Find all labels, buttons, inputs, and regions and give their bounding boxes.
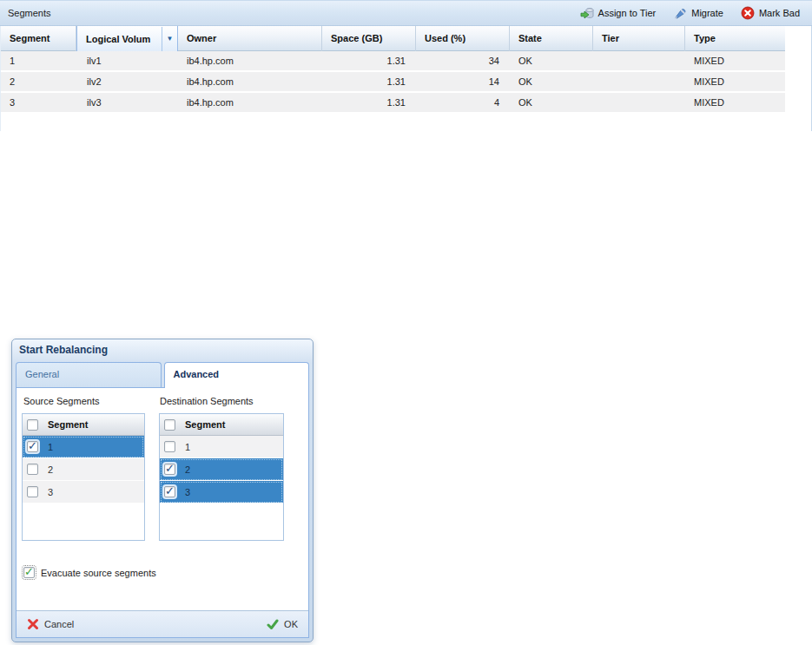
column-header-logical-volume-label: Logical Volum — [77, 27, 162, 51]
destination-row-1-value: 1 — [185, 442, 190, 452]
source-row-3-value: 3 — [48, 487, 53, 497]
grid-header-row: Segment Logical Volum ▼ Owner Space (GB)… — [1, 26, 785, 51]
screen: Segments Assign to Tier Migrate Mar — [0, 0, 812, 645]
cell-segment: 2 — [1, 72, 76, 91]
cell-tier — [593, 51, 685, 70]
dialog-content: Source Segments Destination Segments Seg… — [16, 387, 309, 638]
grid-row-2[interactable]: 2 ilv2 ib4.hp.com 1.31 14 OK MIXED — [1, 72, 785, 93]
evacuate-label: Evacuate source segments — [41, 568, 156, 578]
destination-row-2-value: 2 — [185, 464, 190, 475]
destination-row-2-checkbox[interactable] — [164, 464, 175, 475]
start-rebalancing-dialog: Start Rebalancing General Advanced Sourc… — [11, 339, 314, 642]
source-list-header[interactable]: Segment — [23, 414, 144, 436]
cell-state: OK — [510, 72, 593, 91]
source-select-all-checkbox[interactable] — [27, 419, 38, 431]
destination-row-3[interactable]: 3 — [160, 481, 283, 503]
assign-to-tier-icon — [580, 6, 594, 20]
mark-bad-icon — [741, 6, 755, 20]
destination-segments-list: Segment 1 2 3 — [159, 413, 284, 541]
grid-row-3[interactable]: 3 ilv3 ib4.hp.com 1.31 4 OK MIXED — [1, 93, 785, 114]
cell-owner: ib4.hp.com — [178, 93, 322, 112]
destination-segments-label: Destination Segments — [160, 396, 254, 406]
cell-space: 1.31 — [322, 51, 416, 70]
destination-row-3-checkbox[interactable] — [164, 486, 175, 497]
source-row-2[interactable]: 2 — [23, 458, 144, 481]
source-row-1-checkbox[interactable] — [27, 441, 38, 452]
source-row-1[interactable]: 1 — [23, 436, 144, 458]
segments-panel-header: Segments Assign to Tier Migrate Mar — [0, 0, 812, 26]
dialog-title: Start Rebalancing — [12, 339, 313, 362]
migrate-button[interactable]: Migrate — [673, 6, 723, 20]
evacuate-source-segments-option[interactable]: Evacuate source segments — [23, 567, 156, 578]
destination-list-header[interactable]: Segment — [160, 414, 283, 436]
cell-type: MIXED — [685, 72, 785, 91]
ok-icon — [267, 618, 279, 630]
ok-label: OK — [284, 619, 298, 629]
tab-general[interactable]: General — [16, 362, 162, 387]
cancel-icon — [27, 618, 39, 630]
cell-used: 14 — [416, 72, 510, 91]
cell-state: OK — [510, 93, 593, 112]
panel-title: Segments — [0, 8, 51, 18]
cell-segment: 1 — [1, 51, 76, 70]
source-row-3-checkbox[interactable] — [27, 486, 38, 497]
column-header-space[interactable]: Space (GB) — [322, 26, 416, 51]
tab-advanced[interactable]: Advanced — [164, 362, 310, 388]
column-header-state[interactable]: State — [510, 26, 593, 51]
column-header-type[interactable]: Type — [685, 26, 785, 51]
cell-type: MIXED — [685, 51, 785, 70]
evacuate-checkbox[interactable] — [23, 567, 35, 578]
column-header-segment[interactable]: Segment — [1, 26, 76, 51]
dialog-tabstrip: General Advanced — [16, 362, 309, 387]
cell-logical-volume: ilv1 — [76, 51, 178, 70]
mark-bad-button[interactable]: Mark Bad — [741, 6, 800, 20]
column-header-tier[interactable]: Tier — [593, 26, 685, 51]
migrate-icon — [673, 6, 687, 20]
grid-row-1[interactable]: 1 ilv1 ib4.hp.com 1.31 34 OK MIXED — [1, 51, 785, 72]
source-row-2-value: 2 — [48, 464, 53, 475]
column-header-logical-volume[interactable]: Logical Volum ▼ — [76, 26, 178, 51]
cancel-button[interactable]: Cancel — [27, 618, 74, 630]
migrate-label: Migrate — [691, 8, 723, 18]
source-row-2-checkbox[interactable] — [27, 464, 38, 475]
assign-to-tier-button[interactable]: Assign to Tier — [580, 6, 657, 20]
destination-row-1-checkbox[interactable] — [164, 441, 175, 452]
source-row-3[interactable]: 3 — [23, 481, 144, 503]
cell-tier — [593, 93, 685, 112]
ok-button[interactable]: OK — [267, 618, 298, 630]
cell-used: 34 — [416, 51, 510, 70]
source-row-1-value: 1 — [48, 442, 53, 452]
cell-type: MIXED — [685, 93, 785, 112]
dialog-footer: Cancel OK — [17, 610, 308, 637]
destination-select-all-checkbox[interactable] — [164, 419, 175, 431]
column-header-owner[interactable]: Owner — [178, 26, 322, 51]
cell-space: 1.31 — [322, 93, 416, 112]
source-segments-label: Source Segments — [23, 396, 99, 406]
cell-segment: 3 — [1, 93, 76, 112]
cancel-label: Cancel — [44, 619, 74, 629]
column-header-used[interactable]: Used (%) — [416, 26, 510, 51]
cell-owner: ib4.hp.com — [178, 51, 322, 70]
assign-to-tier-label: Assign to Tier — [598, 8, 657, 18]
destination-row-3-value: 3 — [185, 487, 190, 497]
cell-used: 4 — [416, 93, 510, 112]
segments-grid: Segment Logical Volum ▼ Owner Space (GB)… — [0, 26, 812, 131]
source-list-column-label: Segment — [48, 419, 88, 430]
destination-row-2[interactable]: 2 — [160, 458, 283, 481]
cell-logical-volume: ilv2 — [76, 72, 178, 91]
cell-owner: ib4.hp.com — [178, 72, 322, 91]
cell-tier — [593, 72, 685, 91]
cell-state: OK — [510, 51, 593, 70]
column-menu-trigger-icon[interactable]: ▼ — [162, 27, 177, 51]
source-segments-list: Segment 1 2 3 — [22, 413, 145, 541]
cell-logical-volume: ilv3 — [76, 93, 178, 112]
mark-bad-label: Mark Bad — [759, 8, 800, 18]
cell-space: 1.31 — [322, 72, 416, 91]
destination-row-1[interactable]: 1 — [160, 436, 283, 458]
destination-list-column-label: Segment — [185, 419, 225, 430]
